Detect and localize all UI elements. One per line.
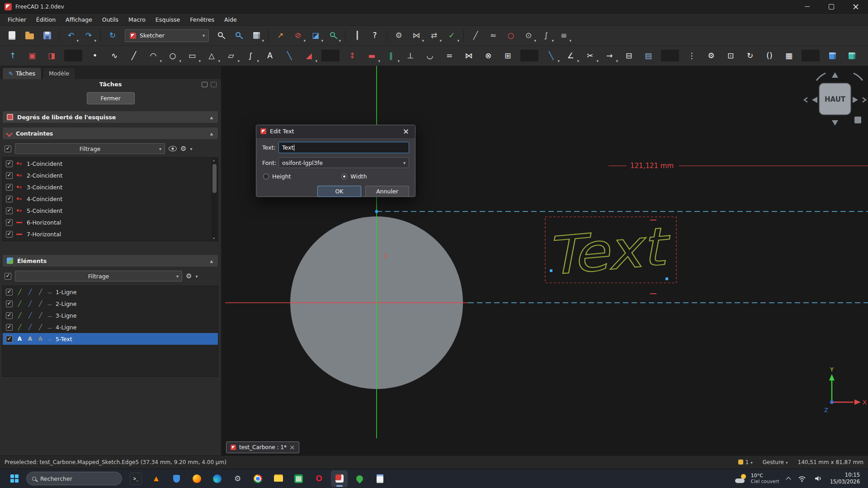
start-button[interactable] <box>6 470 23 487</box>
view-sketch-icon[interactable]: ▣ <box>23 48 41 63</box>
maximize-button[interactable] <box>819 0 844 14</box>
split-edge-icon[interactable]: ⊟ <box>620 48 638 63</box>
create-bspline-icon[interactable]: ∫ <box>241 48 259 63</box>
wifi-icon[interactable] <box>797 474 807 483</box>
opera-app-icon[interactable] <box>311 470 327 487</box>
constraint-row[interactable]: 7-Horizontal <box>3 228 218 240</box>
mirror-sketch-cube-icon[interactable] <box>862 48 868 63</box>
bspline-tool-icon[interactable]: ∫ <box>538 28 554 43</box>
visibility-eye-icon[interactable] <box>169 146 177 151</box>
ok-button[interactable]: OK <box>317 186 361 197</box>
constraint-row[interactable]: 2-Coincident <box>3 169 218 181</box>
zoom-tools-icon[interactable] <box>325 28 341 43</box>
leave-sketch-icon[interactable]: ↗ <box>272 28 288 43</box>
weather-widget[interactable]: 10°C Ciel couvert <box>735 473 779 485</box>
merge-sketch-cube-icon[interactable] <box>843 48 861 63</box>
refresh-icon[interactable]: ↻ <box>104 28 121 43</box>
constrain-symmetric-icon[interactable]: ⋈ <box>460 48 478 63</box>
dock-panel-icon[interactable] <box>202 82 208 87</box>
toggle-driving-constraint-icon[interactable]: ╲ <box>542 48 560 63</box>
text-handle-left[interactable] <box>550 269 552 272</box>
create-slot-icon[interactable]: ▱ <box>222 48 240 63</box>
taskbar-search[interactable]: Rechercher <box>26 472 122 485</box>
chrome-app-icon[interactable] <box>250 470 266 487</box>
volume-icon[interactable] <box>814 474 823 483</box>
create-circle-icon[interactable]: ○ <box>164 48 182 63</box>
validate-sketch-cube-icon[interactable] <box>823 48 841 63</box>
map-sketch-icon[interactable]: ◨ <box>42 48 61 63</box>
edge-app-icon[interactable] <box>209 470 226 487</box>
menu-item[interactable]: Affichage <box>61 14 97 26</box>
close-task-button[interactable]: Fermer <box>87 92 135 104</box>
ellipse-tool-icon[interactable]: ⊙ <box>520 28 537 43</box>
rectangular-pattern-icon[interactable]: ▦ <box>780 48 798 63</box>
float-panel-icon[interactable] <box>211 82 217 87</box>
constraint-row[interactable]: 5-Coincident <box>3 205 218 216</box>
font-select[interactable]: osifont-lgpl3fe <box>278 157 409 168</box>
elements-filter-combo[interactable]: Filtrage <box>15 271 182 282</box>
polar-pattern-icon[interactable]: ↻ <box>741 48 759 63</box>
layer-selector[interactable]: 1 <box>738 459 753 465</box>
menu-item[interactable]: Outils <box>97 14 123 26</box>
vlc-app-icon[interactable] <box>148 470 165 487</box>
text-handle-right[interactable] <box>665 277 668 280</box>
security-app-icon[interactable] <box>168 470 185 487</box>
element-row[interactable]: 5-Text <box>3 333 218 345</box>
leave-sketch-button-icon[interactable]: ↑ <box>4 48 22 63</box>
whats-this-icon[interactable]: ? <box>367 28 383 43</box>
draw-style-icon[interactable] <box>248 28 264 43</box>
elements-settings-caret-icon[interactable]: ▾ <box>195 274 198 279</box>
cancel-button[interactable]: Annuler <box>365 186 409 197</box>
trim-edge-icon[interactable]: ✂ <box>581 48 599 63</box>
section-elements[interactable]: Éléments <box>2 254 218 267</box>
undo-icon[interactable]: ↶ <box>63 28 79 43</box>
element-row[interactable]: 4-Ligne <box>3 321 218 333</box>
create-point-icon[interactable]: • <box>86 48 104 63</box>
create-polygon-icon[interactable]: △ <box>203 48 221 63</box>
notes-app-icon[interactable] <box>372 470 388 487</box>
section-dof[interactable]: Degrés de liberté de l'esquisse <box>2 111 218 123</box>
constrain-parallel-icon[interactable]: ∥ <box>382 48 400 63</box>
terminal-app-icon[interactable] <box>127 470 144 487</box>
validate-sketch-icon[interactable]: ✓ <box>443 28 460 43</box>
constraint-row[interactable]: 4-Coincident <box>3 193 218 205</box>
element-checkbox[interactable] <box>6 336 13 343</box>
fit-all-icon[interactable] <box>213 28 229 43</box>
document-tab[interactable]: test_Carbone : 1* <box>226 441 299 453</box>
firefox-app-icon[interactable] <box>189 470 205 487</box>
bspline-degree-icon[interactable]: ╱ <box>467 28 484 43</box>
element-checkbox[interactable] <box>6 324 13 331</box>
circle-tool-icon[interactable]: ○ <box>503 28 519 43</box>
menu-item[interactable]: Fenêtres <box>185 14 219 26</box>
menu-item[interactable]: Esquisse <box>151 14 185 26</box>
constraint-checkbox[interactable] <box>6 172 13 179</box>
freecad-app-icon[interactable] <box>331 470 348 487</box>
toggle-construction-icon[interactable]: ╲ <box>280 48 298 63</box>
open-document-icon[interactable] <box>21 28 38 43</box>
constrain-equal-icon[interactable]: = <box>440 48 458 63</box>
height-radio[interactable]: Height <box>263 173 291 180</box>
create-rectangle-icon[interactable]: ▭ <box>183 48 201 63</box>
new-document-icon[interactable] <box>4 28 20 43</box>
create-text-icon[interactable]: A <box>261 48 279 63</box>
tweaks-app-icon[interactable] <box>229 470 246 487</box>
element-row[interactable]: 1-Ligne <box>3 286 218 298</box>
create-line-icon[interactable]: ╱ <box>125 48 143 63</box>
symmetry-tool-icon[interactable]: () <box>760 48 778 63</box>
rendering-order-icon[interactable]: ≡ <box>556 28 572 43</box>
text-input[interactable]: Text <box>278 142 409 153</box>
external-geometry-icon[interactable]: ▤ <box>639 48 657 63</box>
create-arc-icon[interactable]: ◠ <box>144 48 162 63</box>
element-checkbox[interactable] <box>6 312 13 319</box>
bspline-comb-icon[interactable]: ≈ <box>485 28 501 43</box>
select-origin-icon[interactable]: ⊡ <box>722 48 740 63</box>
constraints-settings-caret-icon[interactable]: ▾ <box>190 146 192 151</box>
constrain-horizontal-icon[interactable]: ▬ <box>363 48 381 63</box>
constrain-block-icon[interactable]: ⊗ <box>479 48 497 63</box>
select-constraints-icon[interactable]: ⋮ <box>683 48 701 63</box>
dimension-label[interactable]: 121,121 mm <box>630 162 674 170</box>
constraint-checkbox[interactable] <box>6 231 13 238</box>
menu-item[interactable]: Macro <box>123 14 151 26</box>
redo-icon[interactable]: ↷ <box>80 28 97 43</box>
element-row[interactable]: 3-Ligne <box>3 310 218 321</box>
